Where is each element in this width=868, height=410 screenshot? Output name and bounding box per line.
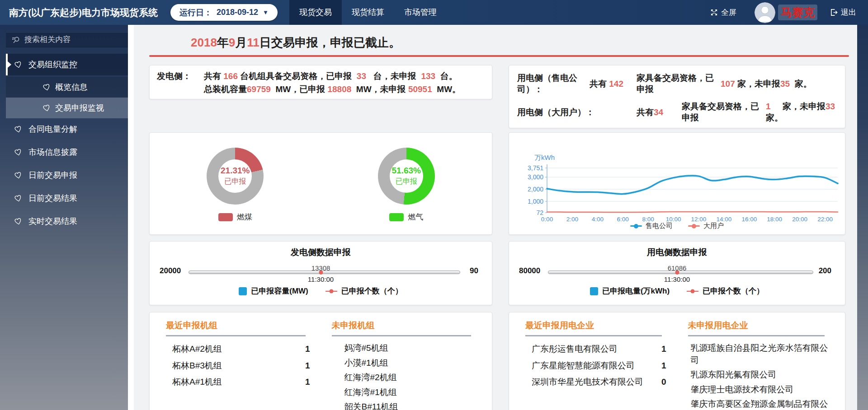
coal-legend[interactable]: 燃煤 xyxy=(218,212,252,222)
sidebar-item[interactable]: 日前交易申报 xyxy=(6,164,128,186)
seal-icon xyxy=(42,103,51,112)
list-item-name: 深圳市华星光电技术有限公司 xyxy=(532,376,643,388)
sidebar-subitem-label: 概览信息 xyxy=(55,82,88,93)
gas-legend[interactable]: 燃气 xyxy=(389,212,423,222)
list-item-name: 柘林A#1机组 xyxy=(172,376,222,388)
generation-stats-line1: 共有 166 台机组具备交易资格，已申报 33 台，未申报 133 台。 xyxy=(204,70,461,83)
coal-donut-group: 21.31% 已申报 燃煤 xyxy=(207,148,264,222)
red-divider xyxy=(149,55,849,57)
fuel-declared-donuts-card: 21.31% 已申报 燃煤 51.63% 已申报 xyxy=(149,132,492,235)
logout-button[interactable]: 退出 xyxy=(830,7,856,18)
gas-declared-sublabel: 已申报 xyxy=(396,177,417,186)
run-date-selector[interactable]: 运行日： 2018-09-12 ▼ xyxy=(170,4,278,21)
retailer-total: 共有 142 xyxy=(590,78,637,89)
retailer-side-label: 用电侧（售电公司）： xyxy=(517,72,590,95)
declared-count-legend: 已申报个数（个） xyxy=(687,286,764,296)
username: 马赛克 xyxy=(778,5,817,20)
declared-count-legend: 已申报个数（个） xyxy=(326,286,403,296)
timeline-track[interactable] xyxy=(548,270,813,274)
retailer-declared-text: 107 家，未申报35 家。 xyxy=(721,78,837,89)
line-chart: 721,0002,0003,0003,751万kWh0:002:004:006:… xyxy=(509,133,846,235)
gas-legend-swatch xyxy=(389,213,404,221)
sidebar-item[interactable]: 合同电量分解 xyxy=(6,118,128,140)
coal-declared-sublabel: 已申报 xyxy=(224,177,246,186)
generation-stats-line2: 总装机容量69759 MW，已申报 18808 MW，未申报 50951 MW。 xyxy=(204,83,461,96)
consumption-slider-title: 用电侧数据申报 xyxy=(509,247,845,258)
sidebar-item-label: 实时交易结果 xyxy=(28,216,77,227)
hourly-declared-energy-chart-card: 721,0002,0003,0003,751万kWh0:002:004:006:… xyxy=(509,132,845,235)
list-item: 肇庆市高要区金翔源金属制品有限公司 xyxy=(688,397,829,410)
timeline-handle[interactable] xyxy=(675,270,679,275)
sidebar-item[interactable]: 市场信息披露 xyxy=(6,141,128,163)
sidebar-item-label: 日前交易结果 xyxy=(28,193,77,204)
generation-slider-title: 发电侧数据申报 xyxy=(150,247,492,258)
slider-min-label: 20000 xyxy=(160,266,181,275)
coal-declared-percent: 21.31% xyxy=(221,166,250,176)
slider-max-label: 200 xyxy=(819,266,831,275)
seal-icon xyxy=(14,60,23,69)
list-item-name: 肇庆市高要区金翔源金属制品有限公司 xyxy=(691,398,829,410)
sidebar-subitem-label: 交易申报监视 xyxy=(55,102,104,113)
seal-icon xyxy=(14,217,23,226)
gas-legend-label: 燃气 xyxy=(408,212,423,222)
sidebar-item-label: 市场信息披露 xyxy=(28,147,77,158)
gas-declared-donut-chart: 51.63% 已申报 xyxy=(378,148,435,205)
sidebar-subitem[interactable]: 概览信息 xyxy=(6,77,128,98)
list-item-name: 广东星能智慧能源有限公司 xyxy=(532,360,635,372)
avatar[interactable] xyxy=(755,2,775,23)
fullscreen-button[interactable]: 全屏 xyxy=(710,7,736,18)
main-content: 2018年9月11日交易申报，申报已截止。 发电侧： 共有 166 台机组具备交… xyxy=(128,25,857,410)
list-item: 小漠#1机组 xyxy=(332,356,476,371)
main-tab[interactable]: 现货交易 xyxy=(289,0,342,25)
list-item-value: 1 xyxy=(305,376,310,388)
large-user-total: 共有34 xyxy=(637,107,682,118)
line-chart-legend: 售电公司大用户 xyxy=(509,222,845,230)
pending-units-column: 未申报机组 妈湾#5机组小漠#1机组红海湾#2机组红海湾#1机组韶关B#11机组 xyxy=(332,320,476,410)
fullscreen-label: 全屏 xyxy=(721,7,736,18)
sidebar-item[interactable]: 交易组织监控 xyxy=(6,54,128,75)
red-dot-marker xyxy=(326,287,337,295)
generation-side-label: 发电侧： xyxy=(157,70,193,95)
list-item: 妈湾#5机组 xyxy=(332,341,476,356)
series-legend-large-users[interactable]: 大用户 xyxy=(688,222,724,230)
legend-label: 售电公司 xyxy=(646,222,673,230)
timeline-track[interactable] xyxy=(189,270,460,274)
slider-time: 11:30:00 xyxy=(308,275,334,283)
fullscreen-icon xyxy=(710,9,718,16)
timeline-handle[interactable] xyxy=(319,270,323,275)
retailer-mid-text: 家具备交易资格，已申报 xyxy=(637,72,721,95)
navbar-right: 全屏 马赛克 退出 xyxy=(710,2,856,23)
declared-capacity-legend: 已申报容量(MW) xyxy=(239,286,308,296)
recent-declared-units-column: 最近申报机组 柘林A#2机组1柘林B#3机组1柘林A#1机组1 xyxy=(166,320,310,410)
generation-slider: 20000 13308 11:30:00 90 xyxy=(150,259,492,284)
list-item-value: 1 xyxy=(305,360,310,372)
recent-declared-consumers-column: 最近申报用电企业 广东彤运售电有限公司1广东星能智慧能源有限公司1深圳市华星光电… xyxy=(525,320,666,410)
list-item-name: 妈湾#5机组 xyxy=(344,342,388,354)
seal-icon xyxy=(14,148,23,157)
list-item: 深圳市华星光电技术有限公司0 xyxy=(525,374,666,391)
sidebar-subitem[interactable]: 交易申报监视 xyxy=(6,98,128,118)
run-date-value: 2018-09-12 xyxy=(217,8,258,17)
main-tab[interactable]: 现货结算 xyxy=(342,0,394,25)
blue-square-marker xyxy=(239,287,247,295)
search-input[interactable] xyxy=(24,35,115,44)
red-dot-marker xyxy=(687,287,698,295)
list-item-name: 红海湾#2机组 xyxy=(344,372,397,384)
series-legend-retailers[interactable]: 售电公司 xyxy=(630,222,673,230)
main-tab[interactable]: 市场管理 xyxy=(394,0,447,25)
sidebar-item-label: 合同电量分解 xyxy=(28,124,77,135)
sidebar-item[interactable]: 日前交易结果 xyxy=(6,187,128,209)
pending-units-title: 未申报机组 xyxy=(332,320,476,331)
list-item-value: 0 xyxy=(661,376,666,388)
logout-icon xyxy=(830,9,838,16)
list-item: 红海湾#1机组 xyxy=(332,385,476,400)
seal-icon xyxy=(14,194,23,203)
sidebar-search[interactable] xyxy=(6,32,128,47)
list-item-name: 肇庆理士电源技术有限公司 xyxy=(691,384,794,396)
svg-text:72: 72 xyxy=(536,209,543,216)
consumer-enterprises-lists-card: 最近申报用电企业 广东彤运售电有限公司1广东星能智慧能源有限公司1深圳市华星光电… xyxy=(509,312,845,410)
list-item-value: 1 xyxy=(305,343,310,355)
sidebar-item[interactable]: 实时交易结果 xyxy=(6,210,128,232)
list-item: 广东星能智慧能源有限公司1 xyxy=(525,358,666,374)
list-item-name: 柘林A#2机组 xyxy=(172,343,222,355)
